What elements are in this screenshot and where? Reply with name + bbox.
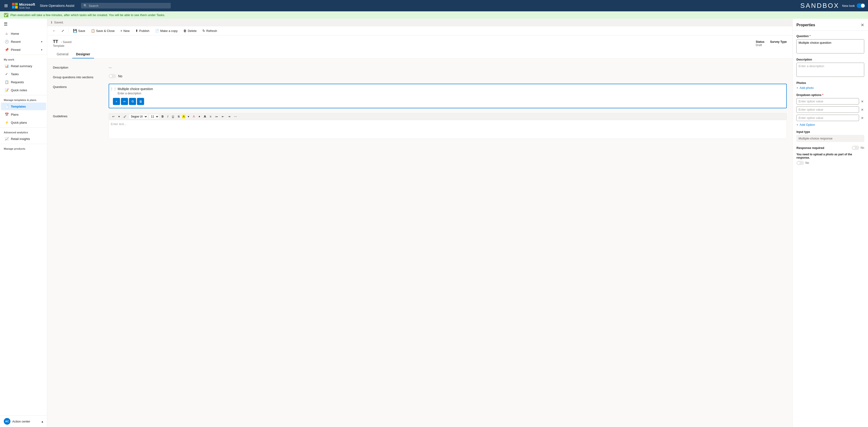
group-toggle[interactable] [108,74,116,78]
doc-type: Survey Type [770,40,787,47]
sidebar-item-requests[interactable]: 📋 Requests [1,78,46,86]
sidebar-item-recent[interactable]: 🕐 Recent ▾ [1,38,46,46]
add-question-button[interactable]: + [113,98,120,105]
photo-upload-toggle[interactable]: No [797,161,864,165]
remove-option-1-button[interactable]: ✕ [861,99,864,104]
bold-button[interactable]: B [160,114,165,119]
dropdown-option-input-2[interactable] [797,106,859,113]
highlight-button[interactable]: A [182,115,185,118]
sandbox-label: SANDBOX [801,2,839,9]
more-format-button[interactable]: ⋯ [232,114,238,119]
tab-general[interactable]: General [53,50,72,58]
sidebar-item-label: Plans [11,113,19,116]
question-textarea[interactable]: Multiple choice question [797,39,864,53]
publish-button[interactable]: ⬆ Publish [133,28,152,34]
sidebar-hamburger-icon[interactable]: ☰ [0,19,47,30]
required-star: * [809,34,811,38]
font-color-dropdown[interactable]: ▾ [197,114,202,119]
guidelines-placeholder: Enter text... [111,122,126,126]
type-label: Survey Type [770,40,787,44]
drag-handle-icon[interactable]: ⋮⋮ [110,87,117,91]
sidebar-item-retail-insights[interactable]: 📈 Retail insights [1,135,46,143]
sidebar-item-label: Quick notes [11,88,27,92]
doc-subtitle: Template [53,44,71,48]
decrease-indent-button[interactable]: ⇤ [220,114,225,119]
new-look-switch[interactable] [857,3,865,8]
remove-option-3-button[interactable]: ✕ [861,116,864,120]
sidebar-item-pinned[interactable]: 📌 Pinned ▾ [1,46,46,53]
new-look-toggle[interactable]: New look [842,3,865,8]
response-required-switch[interactable] [852,146,859,150]
response-required-toggle[interactable]: No [852,146,864,150]
sidebar-item-quick-plans[interactable]: ⚡ Quick plans [1,119,46,126]
increase-indent-button[interactable]: ⇥ [226,114,232,119]
dropdown-option-input-3[interactable] [797,115,859,121]
sidebar-item-retail-summary[interactable]: 📊 Retail summary [1,62,46,70]
bullets-button[interactable]: ≡ [208,114,213,119]
expand-button[interactable]: ⤢ [59,28,67,34]
delete-question-button[interactable]: 🗑 [137,98,144,105]
font-color-button[interactable]: A [191,114,196,119]
sidebar-item-label: Retail summary [11,64,32,68]
duplicate-question-button[interactable]: ⧉ [129,98,136,105]
success-icon: ✅ [4,13,8,17]
question-field-label: Question * [797,34,864,38]
save-close-button[interactable]: 📋 Save & Close [89,28,117,34]
edit-question-button[interactable]: ✏ [121,98,128,105]
group-questions-row: Group questions into sections No [53,74,787,79]
strikethrough-button[interactable]: S [177,114,181,119]
quick-plans-icon: ⚡ [5,121,8,124]
underline-button[interactable]: U [170,114,176,119]
back-button[interactable]: ← [50,28,58,34]
analytics-section: Advanced analytics [0,129,47,135]
sidebar-item-quick-notes[interactable]: 📝 Quick notes [1,86,46,94]
input-type-value: Multiple-choice response [797,135,864,142]
waffle-icon[interactable]: ⊞ [3,2,9,10]
saved-text: Saved. [54,21,64,24]
sidebar: ☰ ⌂ Home 🕐 Recent ▾ 📌 Pinned ▾ My work 📊… [0,19,47,427]
tab-designer[interactable]: Designer [72,50,94,58]
format-clear-button[interactable]: 𝗔 [203,114,207,119]
undo-button[interactable]: ↩ [111,114,116,119]
new-button[interactable]: + New [118,28,132,34]
sidebar-item-label: Pinned [11,48,20,52]
sidebar-item-home[interactable]: ⌂ Home [1,30,46,37]
doc-saved-status: - Saved [61,40,71,44]
make-copy-button[interactable]: 📄 Make a copy [153,28,180,34]
add-option-button[interactable]: + Add Option [797,123,815,126]
font-size-select[interactable]: 11 [149,114,159,119]
sidebar-item-templates[interactable]: 📄 Templates [1,103,46,110]
back-icon: ← [53,29,56,33]
search-bar[interactable]: 🔍 [81,3,171,8]
doc-header: TT - Saved Template Status Draft Survey … [47,35,793,59]
refresh-button[interactable]: ↻ Refresh [200,28,220,34]
photo-upload-switch[interactable] [797,161,804,165]
photo-upload-label: You need to upload a photo as part of th… [797,153,864,159]
remove-option-2-button[interactable]: ✕ [861,107,864,112]
description-field-label: Description [797,58,864,61]
doc-meta: Status Draft Survey Type [756,40,787,47]
search-icon: 🔍 [83,4,87,7]
format-icon-button[interactable]: 🖊 [122,114,128,119]
notification-text: Plan execution will take a few minutes, … [10,13,165,17]
numbered-list-button[interactable]: ≔ [214,114,219,119]
toolbar: ← ⤢ 💾 Save 📋 Save & Close + New ⬆ Publis… [47,26,793,35]
save-button[interactable]: 💾 Save [71,28,88,34]
font-family-select[interactable]: Segoe UI [129,114,148,119]
guidelines-editor[interactable]: Enter text... [108,120,787,139]
add-photo-button[interactable]: + Add photo [797,86,814,90]
sidebar-item-tasks[interactable]: ✓ Tasks [1,70,46,78]
delete-button[interactable]: 🗑 Delete [181,28,199,34]
action-center[interactable]: AC Action center ▴ [0,416,47,427]
avatar: AC [4,418,10,425]
dropdown-option-input-1[interactable] [797,98,859,105]
panel-close-button[interactable]: ✕ [861,23,864,28]
undo-dropdown-button[interactable]: ▾ [117,114,121,119]
sidebar-divider [0,55,47,55]
italic-button[interactable]: I [166,114,169,119]
search-input[interactable] [89,4,168,7]
saved-banner: ℹ Saved. [47,19,793,26]
highlight-dropdown[interactable]: ▾ [186,114,191,119]
description-textarea[interactable] [797,63,864,77]
sidebar-item-plans[interactable]: 📅 Plans [1,111,46,118]
